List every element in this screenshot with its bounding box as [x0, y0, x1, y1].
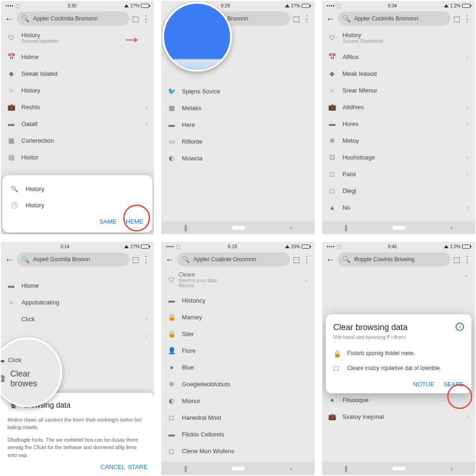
lock-icon: 🔒 — [333, 350, 341, 357]
notue-button[interactable]: NOTUE — [413, 381, 434, 388]
list-item[interactable]: 📅Alfilus› — [322, 48, 475, 65]
list-item[interactable]: ▲No› — [322, 199, 475, 216]
tab-icon[interactable]: ⬚ — [453, 14, 460, 23]
list-item[interactable]: ◻Hanedral Most — [161, 409, 314, 426]
back-icon[interactable]: ← — [5, 254, 14, 265]
list-item[interactable]: ●Flisooque — [322, 391, 475, 408]
checkbox-icon: ☐ — [333, 365, 341, 372]
panel-5: ⬚6:1815% ← 🔍Appler Coalinle Oroomnn ⬚ ⋮ … — [161, 242, 314, 475]
list-item[interactable]: ⊕Goegielwobfubuts — [161, 376, 314, 392]
list-item[interactable]: ⊡Hoohstoage› — [322, 149, 475, 165]
list-item[interactable]: ▦Metaks — [161, 99, 314, 116]
clear-browsing-dialog: Clear browsing dataVile hand aed bjowsin… — [326, 314, 471, 393]
list-item[interactable]: 💼Reshls› — [1, 99, 154, 115]
section-header[interactable]: 🛡 CleareSnerrt a youc dlatoRiiocos⌄ — [161, 268, 314, 292]
status-bar: ⬚ 3:30 1?% — [1, 1, 154, 10]
cancel-button[interactable]: CANCEL — [100, 463, 125, 470]
section-header: 🛡HistorySceone JIüportleble — [322, 27, 475, 48]
list-item[interactable]: ◻Dlegi — [322, 182, 475, 199]
list-item[interactable]: ◆Seeak lslated — [1, 65, 154, 82]
panel-2: 8:28 1?% Coltniła Brooonn ⬚ ⋮ 🐦Spięns So… — [161, 1, 314, 234]
overflow-icon[interactable]: ⋮ — [303, 13, 311, 24]
list-item[interactable]: ▬Flickio Cellorels — [161, 426, 314, 443]
list-item[interactable]: ⊕Metoy — [322, 132, 475, 149]
stare-button[interactable]: STARE — [128, 463, 147, 470]
tab-icon[interactable]: ⬚ — [453, 255, 460, 264]
list-item[interactable]: ◆Meak leásod — [322, 65, 475, 82]
list-item[interactable]: Clıck› — [1, 311, 154, 327]
url-field[interactable]: 🔍Appler Coalinle Oroomnn — [177, 252, 290, 266]
list-item[interactable]: ○Appotsticating — [1, 294, 154, 311]
list-item[interactable]: ▬Here — [161, 116, 314, 133]
tab-icon[interactable]: ⬚ — [293, 14, 300, 23]
back-icon[interactable]: ← — [5, 13, 14, 24]
url-field[interactable]: 🔍Appler Cockinlłs Bromonn — [338, 12, 450, 26]
magnifier — [162, 2, 232, 72]
heme-button[interactable]: HEME — [126, 218, 144, 225]
list-item[interactable]: ◻Clene Mon Wisfens — [161, 443, 314, 459]
popup-item[interactable]: 🕐History — [2, 197, 152, 213]
search-icon: 🔍 — [21, 15, 29, 22]
url-field[interactable]: 🔍Aopell Gocintla Broonn — [17, 252, 129, 266]
overflow-icon[interactable]: ⋮ — [463, 254, 471, 264]
list-item[interactable]: ▬Oatatl› — [1, 115, 154, 132]
list-item[interactable]: 🔒Siler — [161, 325, 314, 342]
list-item[interactable]: 👤Flore — [161, 342, 314, 359]
list-item[interactable]: 💼Atldhies› — [322, 99, 475, 115]
list-item[interactable]: ▦Corlerection — [1, 132, 154, 149]
list-item[interactable]: ○Srear Mlenur — [322, 82, 475, 99]
list-item[interactable]: ▬Hlome — [1, 277, 154, 294]
tab-icon[interactable]: ⬚ — [132, 255, 139, 264]
nav-bar: ‖‹ — [161, 221, 314, 234]
panel-3: ⬚9:34 1.2% ← 🔍Appler Cockinlłs Bromonn ⬚… — [322, 1, 475, 234]
clock-icon: 🕐 — [11, 202, 18, 209]
suggestion-popup: 🔍History 🕐History SAME HEME — [2, 175, 152, 232]
overflow-icon[interactable]: ⋮ — [303, 254, 311, 264]
list-item[interactable]: 🔒Marney — [161, 309, 314, 325]
list-item[interactable]: ●Blue — [161, 359, 314, 376]
overflow-icon[interactable]: ⋮ — [463, 13, 471, 24]
tab-icon[interactable]: ⬚ — [132, 14, 139, 23]
option-1[interactable]: 🔒Fistorb sponiig thiidel mete. — [333, 346, 464, 361]
list-item[interactable]: ◻Palst› — [322, 165, 475, 182]
list-item[interactable]: ◐Mionur — [161, 392, 314, 409]
overflow-icon[interactable]: ⋮ — [142, 13, 150, 24]
list-item[interactable]: ▤Hisitor — [1, 149, 154, 165]
list-item[interactable]: 🐦Spięns Sovice — [161, 83, 314, 99]
seare-button[interactable]: SEARE — [443, 381, 464, 388]
search-icon: 🔍 — [11, 185, 18, 192]
back-icon[interactable]: ← — [326, 13, 335, 24]
same-button[interactable]: SAME — [99, 218, 117, 225]
dialog-title: Clear browsing data — [333, 323, 456, 332]
list-item[interactable]: 💼Sxatoy Inejonal› — [322, 408, 475, 425]
bolt-icon: ⚡ — [456, 323, 464, 331]
url-field[interactable]: 🔍iflopple Cowinis Briveing — [338, 252, 450, 266]
url-bar: ← 🔍Appler Cockinita Bromonn ⬚ ⋮ — [1, 10, 154, 27]
panel-4: 3:141?% ← 🔍Aopell Gocintla Broonn ⬚ ⋮ ▬H… — [1, 242, 154, 475]
list-item[interactable]: ▭Rifłonte — [161, 133, 314, 150]
list-item[interactable]: ○History — [1, 82, 154, 99]
list-item[interactable]: ▬Hîstoncy — [161, 292, 314, 309]
option-2[interactable]: ☐Cleare instcy rojuletive dat of loterib… — [333, 361, 464, 376]
list-item[interactable]: 📅Hidme — [1, 48, 154, 65]
section-header[interactable]: ⌄ — [322, 268, 475, 282]
red-arrow: → — [122, 28, 141, 50]
list-item[interactable]: ▬Hores› — [322, 115, 475, 132]
url-bar: ← 🔍Appler Cockinlłs Bromonn ⬚ ⋮ — [322, 10, 475, 27]
panel-6: ⬚9:461:3% ← 🔍iflopple Cowinis Briveing ⬚… — [322, 242, 475, 475]
url-field[interactable]: 🔍Appler Cockinita Bromonn — [17, 12, 129, 26]
status-bar: ⬚9:34 1.2% — [322, 1, 475, 10]
tab-icon[interactable]: ⬚ — [293, 255, 300, 264]
back-icon[interactable]: ← — [326, 254, 335, 265]
list-item[interactable]: ◐Mowcia — [161, 150, 314, 166]
popup-item[interactable]: 🔍History — [2, 181, 152, 197]
back-icon[interactable]: ← — [165, 254, 174, 265]
overflow-icon[interactable]: ⋮ — [142, 254, 150, 264]
